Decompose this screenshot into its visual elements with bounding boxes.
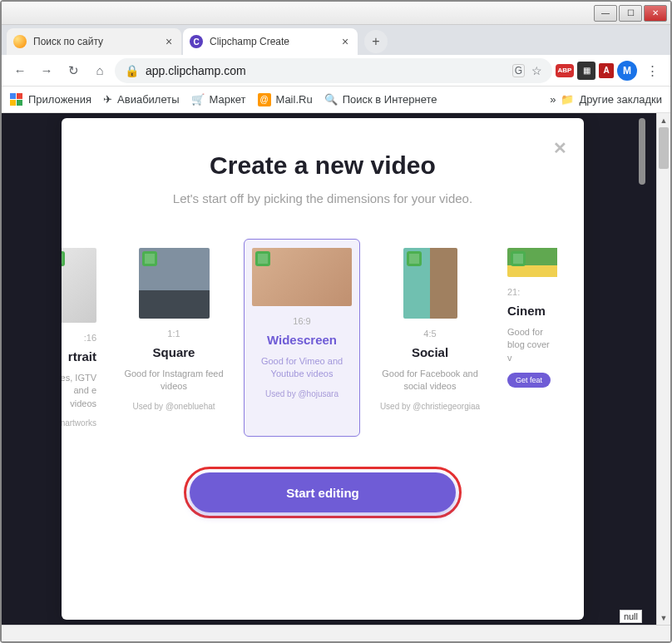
- get-featured-button[interactable]: Get feat: [507, 373, 551, 388]
- window-minimize-button[interactable]: —: [594, 5, 617, 22]
- bookmarks-overflow-button[interactable]: »: [550, 93, 556, 106]
- address-bar[interactable]: 🔒 app.clipchamp.com G ☆: [115, 58, 552, 83]
- aspect-ratio-label: 1:1: [167, 329, 180, 339]
- scroll-up-arrow-icon[interactable]: ▲: [657, 113, 670, 127]
- card-thumbnail: [139, 248, 210, 319]
- bookmark-mail[interactable]: @ Mail.Ru: [258, 93, 313, 106]
- bookmark-label: Приложения: [28, 93, 91, 106]
- card-thumbnail: [403, 248, 457, 319]
- card-credit: Used by @christiegeorgiaa: [380, 402, 480, 411]
- modal-close-button[interactable]: ✕: [553, 138, 567, 158]
- browser-tabs: Поиск по сайту × C Clipchamp Create × +: [2, 25, 670, 55]
- card-title: Cinem: [507, 304, 546, 318]
- aspect-ratio-label: :16: [84, 333, 96, 343]
- bookmark-label: Mail.Ru: [276, 93, 313, 106]
- apps-icon: [10, 93, 23, 106]
- card-thumbnail: [252, 248, 352, 306]
- tab-close-icon[interactable]: ×: [163, 36, 175, 47]
- page-content: ✕ Create a new video Let's start off by …: [2, 113, 670, 641]
- tab-close-icon[interactable]: ×: [339, 36, 351, 47]
- scroll-down-arrow-icon[interactable]: ▼: [657, 611, 670, 625]
- status-tooltip: null: [620, 610, 642, 623]
- bookmarks-bar: Приложения ✈ Авиабилеты 🛒 Маркет @ Mail.…: [2, 87, 670, 113]
- scrollbar-thumb[interactable]: [659, 127, 669, 169]
- card-credit: atrinartworks: [62, 418, 96, 428]
- inner-scrollbar[interactable]: [637, 118, 647, 636]
- aspect-ratio-label: 4:5: [423, 329, 436, 339]
- browser-toolbar: ← → ↻ ⌂ 🔒 app.clipchamp.com G ☆ ABP ▦ A …: [2, 55, 670, 87]
- card-title: rtrait: [68, 349, 96, 364]
- page-scrollbar[interactable]: ▲ ▼: [656, 113, 670, 625]
- bookmark-market[interactable]: 🛒 Маркет: [191, 93, 246, 106]
- format-card-widescreen[interactable]: 16:9 Widescreen Good for Vimeo and Youtu…: [244, 239, 360, 437]
- window-titlebar: — ☐ ✕: [2, 2, 670, 25]
- apps-shortcut[interactable]: Приложения: [10, 93, 91, 106]
- menu-button[interactable]: ⋮: [640, 59, 664, 82]
- template-badge-icon: [511, 251, 526, 266]
- card-description: Good for Instagram feed videos: [123, 368, 225, 393]
- card-thumbnail: [62, 248, 96, 323]
- modal-title: Create a new video: [210, 151, 436, 180]
- bookmark-search[interactable]: 🔍 Поиск в Интернете: [324, 93, 437, 106]
- new-tab-button[interactable]: +: [364, 30, 388, 53]
- card-title: Widescreen: [267, 333, 337, 347]
- window-maximize-button[interactable]: ☐: [619, 5, 642, 22]
- format-cards-row: :16 rtrait ories, IGTV and e videos atri…: [62, 239, 584, 437]
- home-button[interactable]: ⌂: [88, 59, 111, 82]
- search-icon: 🔍: [324, 93, 338, 106]
- adobe-extension-icon[interactable]: A: [599, 63, 614, 78]
- format-card-portrait[interactable]: :16 rtrait ories, IGTV and e videos atri…: [62, 239, 104, 437]
- card-description: Good for Vimeo and Youtube videos: [251, 355, 353, 381]
- forward-button[interactable]: →: [35, 59, 58, 82]
- adblock-extension-icon[interactable]: ABP: [556, 64, 574, 77]
- window-close-button[interactable]: ✕: [644, 5, 667, 22]
- scrollbar-thumb[interactable]: [639, 118, 645, 185]
- back-button[interactable]: ←: [8, 59, 32, 82]
- cta-highlight: Start editing: [184, 467, 462, 518]
- format-card-square[interactable]: 1:1 Square Good for Instagram feed video…: [116, 239, 232, 437]
- aspect-ratio-label: 16:9: [293, 316, 310, 326]
- bookmark-label: Авиабилеты: [117, 93, 179, 106]
- mail-icon: @: [258, 93, 271, 106]
- lock-icon: 🔒: [125, 64, 139, 77]
- create-video-modal: ✕ Create a new video Let's start off by …: [62, 118, 584, 620]
- format-card-cinema[interactable]: 21: Cinem Good for blog cover v Get feat: [500, 239, 558, 437]
- tab-favicon-icon: [13, 35, 27, 48]
- card-title: Social: [412, 345, 448, 359]
- template-badge-icon: [62, 251, 65, 266]
- card-title: Square: [153, 345, 195, 359]
- card-description: Good for blog cover v: [507, 326, 551, 364]
- cart-icon: 🛒: [191, 93, 205, 106]
- modal-subtitle: Let's start off by picking the dimension…: [173, 191, 472, 205]
- tab-clipchamp[interactable]: C Clipchamp Create ×: [183, 28, 358, 55]
- format-card-social[interactable]: 4:5 Social Good for Facebook and social …: [372, 239, 488, 437]
- folder-icon: 📁: [561, 93, 574, 106]
- card-description: ories, IGTV and e videos: [62, 372, 96, 410]
- card-credit: Used by @onebluehat: [132, 402, 215, 411]
- template-badge-icon: [255, 251, 270, 266]
- start-editing-button[interactable]: Start editing: [190, 472, 456, 512]
- bookmark-label: Поиск в Интернете: [343, 93, 437, 106]
- template-badge-icon: [407, 251, 422, 266]
- bookmark-avia[interactable]: ✈ Авиабилеты: [103, 93, 179, 106]
- star-icon[interactable]: ☆: [531, 64, 542, 77]
- profile-avatar[interactable]: М: [617, 61, 637, 81]
- translate-icon[interactable]: G: [512, 64, 525, 77]
- tab-search-site[interactable]: Поиск по сайту ×: [7, 28, 181, 55]
- card-thumbnail: [507, 248, 558, 277]
- plane-icon: ✈: [103, 93, 112, 106]
- template-badge-icon: [142, 251, 157, 266]
- card-credit: Used by @hojusara: [265, 389, 338, 398]
- reload-button[interactable]: ↻: [62, 59, 85, 82]
- tab-title: Clipchamp Create: [210, 36, 333, 47]
- tab-favicon-icon: C: [190, 35, 203, 48]
- browser-statusbar: [2, 625, 670, 641]
- extension-icon[interactable]: ▦: [577, 62, 595, 80]
- tab-title: Поиск по сайту: [33, 36, 156, 47]
- aspect-ratio-label: 21:: [507, 287, 520, 297]
- other-bookmarks-button[interactable]: Другие закладки: [579, 93, 662, 106]
- bookmark-label: Маркет: [210, 93, 246, 106]
- url-text: app.clipchamp.com: [146, 64, 506, 77]
- card-description: Good for Facebook and social videos: [379, 368, 481, 393]
